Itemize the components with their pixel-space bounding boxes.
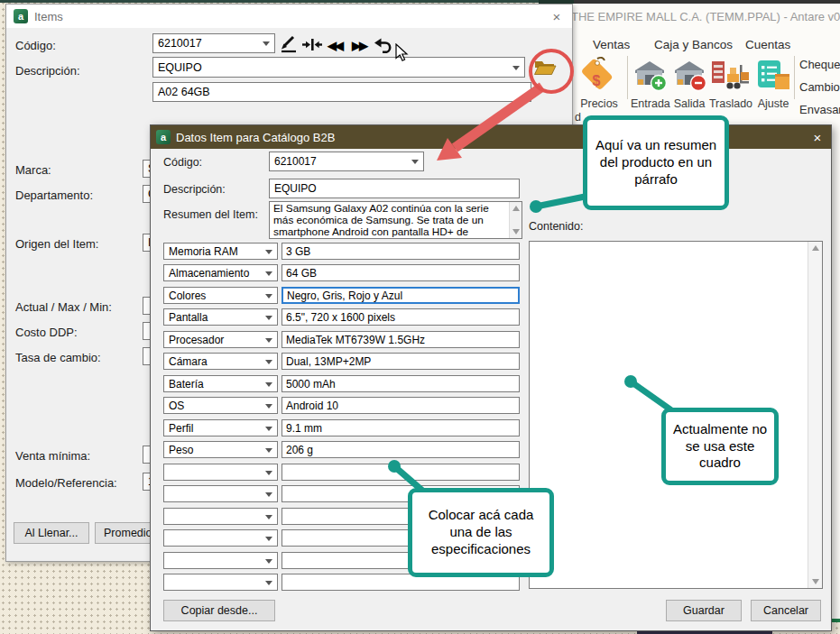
- guardar-button[interactable]: Guardar: [666, 600, 742, 621]
- toolbar-label: Salida: [671, 97, 707, 110]
- resumen-scrollbar[interactable]: [509, 202, 522, 238]
- chevron-down-icon: [265, 338, 272, 343]
- toolbar-button-traslado[interactable]: Traslado: [708, 56, 753, 112]
- toolbar-label: Precios: [575, 97, 623, 110]
- spec-value-field[interactable]: 6.5", 720 x 1600 pixels: [282, 308, 520, 326]
- descripcion-value: EQUIPO: [158, 61, 202, 74]
- spec-attribute-label: Peso: [169, 444, 193, 456]
- toolbar-separator: [794, 56, 795, 99]
- spec-value-field[interactable]: MediaTek MT6739W 1.5GHz: [282, 331, 520, 348]
- warehouse-in-icon: [632, 58, 668, 94]
- scroll-down-icon: [812, 579, 819, 584]
- pencil-icon: [278, 34, 298, 54]
- spec-value-field[interactable]: Android 10: [282, 397, 520, 414]
- toolbar-label: Traslado: [708, 97, 753, 110]
- spec-value-field-focused[interactable]: Negro, Gris, Rojo y Azul: [282, 287, 520, 304]
- codigo-combobox[interactable]: 6210017: [152, 33, 275, 53]
- spec-attribute-select[interactable]: OS: [163, 397, 278, 414]
- scroll-up-icon: [512, 206, 520, 211]
- chevron-down-icon: [263, 41, 270, 46]
- chevron-down-icon: [265, 448, 272, 453]
- items-titlebar: a Items ×: [6, 5, 572, 28]
- toolbar-button-entrada[interactable]: Entrada: [631, 56, 669, 112]
- tasa-cambio-label: Tasa de cambio:: [15, 351, 101, 364]
- next-record-button[interactable]: ▶▶: [348, 35, 370, 55]
- menu-cuentas[interactable]: Cuentas: [745, 38, 790, 51]
- spec-attribute-label: Procesador: [169, 334, 224, 346]
- menu-ventas[interactable]: Ventas: [593, 38, 630, 51]
- spec-value-field[interactable]: [282, 464, 520, 481]
- edit-pencil-button[interactable]: [277, 34, 299, 54]
- chevron-down-icon: [265, 515, 272, 519]
- toolbar-button-precios[interactable]: $ Precios d: [575, 56, 623, 115]
- chevron-down-icon: [265, 382, 272, 387]
- side-action-envasar[interactable]: Envasar: [799, 103, 840, 116]
- warehouse-out-icon: [671, 58, 707, 94]
- spec-attribute-label: Almacenamiento: [169, 267, 249, 280]
- resumen-textarea[interactable]: El Samsung Galaxy A02 continúa con la se…: [269, 201, 522, 239]
- close-icon[interactable]: ×: [808, 128, 827, 146]
- spec-attribute-label: Perfil: [169, 422, 193, 435]
- spec-attribute-select[interactable]: [163, 529, 278, 547]
- close-icon[interactable]: ×: [547, 7, 567, 25]
- spec-attribute-select[interactable]: [163, 574, 278, 591]
- spec-value-field[interactable]: 206 g: [282, 441, 520, 458]
- callout-resumen: Aquí va un resumen del producto en un pá…: [583, 115, 729, 210]
- venta-minima-label: Venta mínima:: [15, 449, 90, 463]
- spec-value-field[interactable]: 64 GB: [282, 264, 520, 281]
- spec-attribute-select[interactable]: Almacenamiento: [163, 264, 278, 281]
- fast-forward-icon: ▶▶: [352, 39, 366, 52]
- toolbar-button-salida[interactable]: Salida: [671, 56, 707, 112]
- chevron-down-icon: [265, 427, 272, 431]
- copiar-desde-button[interactable]: Copiar desde...: [163, 600, 275, 621]
- spec-attribute-select[interactable]: Batería: [163, 375, 278, 392]
- undo-button[interactable]: [373, 34, 394, 54]
- items-window-title: Items: [34, 10, 63, 23]
- spec-attribute-select[interactable]: [163, 508, 278, 525]
- dialog-descripcion-label: Descripción:: [163, 183, 226, 196]
- spec-value-field[interactable]: 9.1 mm: [282, 419, 520, 436]
- dialog-codigo-value: 6210017: [274, 155, 317, 168]
- chevron-down-icon: [265, 316, 272, 320]
- spec-attribute-select[interactable]: Procesador: [163, 331, 278, 348]
- contenido-label: Contenido:: [529, 220, 583, 233]
- forklift-icon: [710, 60, 752, 94]
- spec-value-field[interactable]: Dual, 13MP+2MP: [282, 353, 520, 370]
- contenido-scrollbar[interactable]: [808, 242, 822, 588]
- spec-attribute-select[interactable]: Perfil: [163, 419, 278, 436]
- collapse-arrows-icon: [301, 36, 323, 54]
- side-action-cambio[interactable]: Cambio: [799, 80, 840, 94]
- spec-attribute-select[interactable]: Cámara: [163, 353, 278, 370]
- undo-arrow-icon: [373, 35, 394, 53]
- descripcion2-field[interactable]: A02 64GB: [152, 82, 531, 102]
- previous-record-button[interactable]: ◀◀: [324, 35, 346, 55]
- al-llenar-button[interactable]: Al Llenar...: [14, 522, 89, 544]
- spec-attribute-select[interactable]: [163, 552, 278, 569]
- dialog-descripcion-field[interactable]: EQUIPO: [269, 179, 520, 198]
- side-action-chequeo[interactable]: Chequeo: [799, 58, 840, 71]
- actual-max-min-label: Actual / Max / Min:: [15, 300, 112, 314]
- spec-attribute-select[interactable]: Memoria RAM: [163, 243, 278, 260]
- red-circle-annotation: [529, 49, 574, 94]
- chevron-down-icon: [265, 404, 272, 409]
- menu-caja-y-bancos[interactable]: Caja y Bancos: [654, 38, 733, 51]
- toolbar-button-ajuste[interactable]: Ajuste: [755, 56, 791, 112]
- cancelar-button[interactable]: Cancelar: [751, 600, 821, 621]
- spec-attribute-select[interactable]: [163, 464, 278, 481]
- descripcion-combobox[interactable]: EQUIPO: [152, 57, 525, 78]
- spec-attribute-select[interactable]: [163, 485, 278, 502]
- callout-specs: Colocar acá cada una de las especificaci…: [408, 488, 554, 577]
- dialog-codigo-label: Código:: [163, 156, 202, 169]
- spec-attribute-select[interactable]: Pantalla: [163, 308, 278, 326]
- spec-attribute-select[interactable]: Peso: [163, 441, 278, 458]
- resumen-text: El Samsung Galaxy A02 continúa con la se…: [273, 203, 507, 239]
- spec-value-field[interactable]: 5000 mAh: [282, 375, 520, 392]
- spec-value-field[interactable]: 3 GB: [282, 243, 520, 260]
- chevron-down-icon: [265, 294, 272, 299]
- scroll-up-icon: [812, 245, 819, 251]
- spec-attribute-label: Pantalla: [169, 311, 208, 324]
- dialog-codigo-combobox[interactable]: 6210017: [269, 152, 424, 171]
- chevron-down-icon: [265, 537, 272, 541]
- collapse-button[interactable]: [301, 35, 323, 55]
- spec-attribute-select[interactable]: Colores: [163, 287, 278, 304]
